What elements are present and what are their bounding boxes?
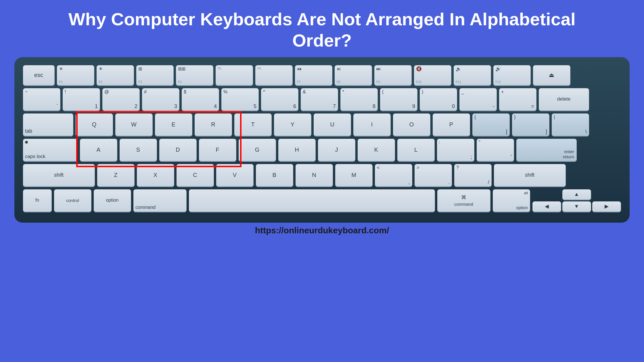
9-key[interactable]: ( 9 bbox=[380, 88, 417, 111]
k-key[interactable]: K bbox=[358, 139, 395, 162]
q-key[interactable]: Q bbox=[76, 113, 113, 136]
a-key[interactable]: A bbox=[80, 139, 117, 162]
right-command-key[interactable]: ⌘ command bbox=[437, 189, 490, 212]
close-bracket-key[interactable]: } ] bbox=[512, 113, 549, 136]
7-key[interactable]: & 7 bbox=[301, 88, 338, 111]
arrow-cluster: ▲ ◀ ▼ ▶ bbox=[532, 189, 621, 212]
arrow-left-key[interactable]: ◀ bbox=[532, 201, 561, 212]
backtick-key[interactable]: ~ ` bbox=[23, 88, 60, 111]
zxcv-row: shift Z X C V B N M < , > . ? / shift bbox=[23, 164, 621, 187]
command-icon: ⌘ bbox=[461, 194, 466, 201]
3-key[interactable]: # 3 bbox=[142, 88, 179, 111]
2-key[interactable]: @ 2 bbox=[102, 88, 140, 111]
6-key[interactable]: ^ 6 bbox=[261, 88, 298, 111]
f11-key[interactable]: 🔉 F11 bbox=[454, 65, 491, 86]
left-command-key[interactable]: command bbox=[133, 189, 187, 212]
f3-key[interactable]: ⊞ F3 bbox=[136, 65, 174, 86]
comma-key[interactable]: < , bbox=[375, 164, 412, 187]
arrow-right-key[interactable]: ▶ bbox=[592, 201, 621, 212]
right-option-key[interactable]: alt option bbox=[493, 189, 530, 212]
qwerty-row: tab Q W E R T Y U I O P { [ } ] | \ bbox=[23, 113, 621, 136]
f4-key[interactable]: ⊞⊞ F4 bbox=[176, 65, 213, 86]
1-key[interactable]: ! 1 bbox=[63, 88, 100, 111]
0-key[interactable]: ) 0 bbox=[420, 88, 457, 111]
backslash-key[interactable]: | \ bbox=[552, 113, 589, 136]
f1-key[interactable]: ☀ F1 bbox=[57, 65, 94, 86]
5-key[interactable]: % 5 bbox=[221, 88, 259, 111]
number-key-row: ~ ` ! 1 @ 2 # 3 $ 4 % 5 ^ 6 & 7 bbox=[23, 88, 621, 111]
f6-key[interactable]: F6 bbox=[255, 65, 293, 86]
y-key[interactable]: Y bbox=[274, 113, 311, 136]
z-key[interactable]: Z bbox=[97, 164, 135, 187]
g-key[interactable]: G bbox=[239, 139, 276, 162]
website-url: https://onlineurdukeyboard.com/ bbox=[255, 226, 389, 235]
w-key[interactable]: W bbox=[115, 113, 153, 136]
period-key[interactable]: > . bbox=[415, 164, 452, 187]
f9-key[interactable]: ⏭ F9 bbox=[374, 65, 412, 86]
f10-key[interactable]: 🔇 F10 bbox=[414, 65, 451, 86]
f2-key[interactable]: ☀ F2 bbox=[97, 65, 134, 86]
f-key[interactable]: F bbox=[199, 139, 236, 162]
f12-key[interactable]: 🔊 F12 bbox=[493, 65, 531, 86]
spacebar[interactable] bbox=[189, 189, 435, 212]
f8-key[interactable]: ⏯ F8 bbox=[335, 65, 372, 86]
v-key[interactable]: V bbox=[216, 164, 254, 187]
u-key[interactable]: U bbox=[314, 113, 351, 136]
caps-lock-key[interactable]: caps lock bbox=[23, 139, 78, 162]
f5-key[interactable]: F5 bbox=[216, 65, 253, 86]
s-key[interactable]: S bbox=[120, 139, 157, 162]
j-key[interactable]: J bbox=[318, 139, 355, 162]
x-key[interactable]: X bbox=[137, 164, 174, 187]
m-key[interactable]: M bbox=[335, 164, 373, 187]
p-key[interactable]: P bbox=[433, 113, 470, 136]
b-key[interactable]: B bbox=[256, 164, 293, 187]
semicolon-key[interactable]: : ; bbox=[437, 139, 474, 162]
function-key-row: esc ☀ F1 ☀ F2 ⊞ F3 ⊞⊞ F4 F5 F6 ⏮ F7 ⏯ F8 bbox=[23, 65, 621, 86]
quote-key[interactable]: " ' bbox=[477, 139, 514, 162]
equals-key[interactable]: + = bbox=[499, 88, 536, 111]
minus-key[interactable]: _ - bbox=[459, 88, 497, 111]
arrow-up-key[interactable]: ▲ bbox=[562, 189, 591, 200]
h-key[interactable]: H bbox=[278, 139, 316, 162]
n-key[interactable]: N bbox=[296, 164, 333, 187]
delete-key[interactable]: delete bbox=[539, 88, 589, 111]
e-key[interactable]: E bbox=[155, 113, 192, 136]
slash-key[interactable]: ? / bbox=[454, 164, 492, 187]
left-shift-key[interactable]: shift bbox=[23, 164, 95, 187]
4-key[interactable]: $ 4 bbox=[182, 88, 219, 111]
c-key[interactable]: C bbox=[177, 164, 214, 187]
i-key[interactable]: I bbox=[353, 113, 391, 136]
control-key[interactable]: control bbox=[54, 189, 91, 212]
eject-key[interactable]: ⏏ bbox=[533, 65, 570, 86]
left-option-key[interactable]: option bbox=[94, 189, 131, 212]
esc-key[interactable]: esc bbox=[23, 65, 55, 86]
open-bracket-key[interactable]: { [ bbox=[472, 113, 510, 136]
page-title: Why Computer Keyboards Are Not Arranged … bbox=[68, 9, 576, 51]
f7-key[interactable]: ⏮ F7 bbox=[295, 65, 332, 86]
r-key[interactable]: R bbox=[195, 113, 232, 136]
bottom-key-row: fn control option command ⌘ command alt … bbox=[23, 189, 621, 212]
tab-key[interactable]: tab bbox=[23, 113, 73, 136]
8-key[interactable]: * 8 bbox=[340, 88, 378, 111]
d-key[interactable]: D bbox=[159, 139, 197, 162]
arrow-down-key[interactable]: ▼ bbox=[562, 201, 591, 212]
caps-indicator bbox=[25, 141, 28, 144]
right-shift-key[interactable]: shift bbox=[494, 164, 566, 187]
asdf-row: caps lock A S D F G H J K L : ; " ' ente… bbox=[23, 139, 621, 162]
l-key[interactable]: L bbox=[397, 139, 435, 162]
t-key[interactable]: T bbox=[234, 113, 272, 136]
keyboard-container: esc ☀ F1 ☀ F2 ⊞ F3 ⊞⊞ F4 F5 F6 ⏮ F7 ⏯ F8 bbox=[14, 57, 630, 223]
fn-key[interactable]: fn bbox=[23, 189, 52, 212]
o-key[interactable]: O bbox=[393, 113, 430, 136]
enter-key[interactable]: enterreturn bbox=[516, 139, 577, 162]
